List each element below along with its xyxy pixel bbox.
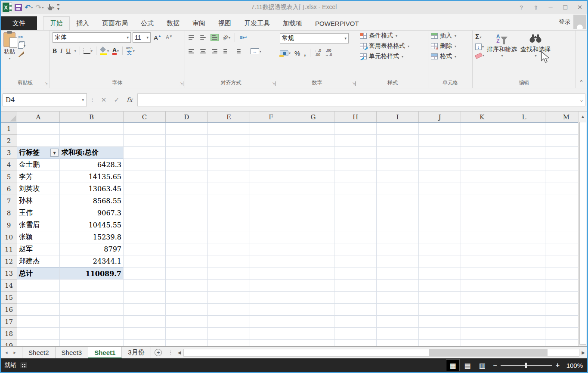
clear-button[interactable]: ▾	[475, 53, 484, 58]
cell-H16[interactable]	[334, 304, 377, 316]
cell-D3[interactable]	[166, 147, 208, 159]
cell-A6[interactable]: 刘英玫	[17, 183, 60, 195]
cell-C8[interactable]	[124, 207, 166, 219]
cell-C15[interactable]	[124, 292, 166, 304]
cell-C17[interactable]	[124, 316, 166, 328]
collapse-ribbon-icon[interactable]: ⌃	[579, 79, 584, 86]
cell-A11[interactable]: 赵军	[17, 243, 60, 255]
cell-D10[interactable]	[166, 231, 208, 243]
cell-A4[interactable]: 金士鹏	[17, 159, 60, 171]
row-header-3[interactable]: 3	[1, 147, 17, 159]
normal-view-icon[interactable]: ▦	[446, 360, 459, 371]
cell-A9[interactable]: 张雪眉	[17, 219, 60, 231]
touch-mouse-mode-icon[interactable]: ▾	[46, 4, 55, 11]
cell-F8[interactable]	[250, 207, 292, 219]
cell-F12[interactable]	[250, 255, 292, 267]
alignment-dialog-launcher[interactable]: ↘	[271, 81, 275, 86]
cell-B11[interactable]: 8797	[60, 243, 124, 255]
cell-F14[interactable]	[250, 280, 292, 292]
decrease-indent-icon[interactable]	[223, 48, 230, 54]
cell-H8[interactable]	[334, 207, 377, 219]
cell-A15[interactable]	[17, 292, 60, 304]
select-all-corner[interactable]	[1, 112, 17, 122]
cell-H3[interactable]	[334, 147, 377, 159]
column-header-D[interactable]: D	[166, 112, 208, 122]
next-sheet-icon[interactable]: ▸	[14, 350, 16, 355]
cell-G16[interactable]	[292, 304, 334, 316]
autosum-button[interactable]: Σ▾	[475, 33, 484, 41]
cell-B13[interactable]: 110089.7	[60, 267, 124, 280]
borders-button[interactable]: ▾	[84, 48, 93, 54]
cell-L18[interactable]	[503, 328, 545, 340]
cell-L12[interactable]	[503, 255, 545, 267]
cell-H12[interactable]	[334, 255, 377, 267]
comma-style-button[interactable]: ,	[304, 50, 306, 57]
cell-H14[interactable]	[334, 280, 377, 292]
italic-button[interactable]: I	[60, 47, 62, 55]
cell-D13[interactable]	[166, 267, 208, 280]
cell-D8[interactable]	[166, 207, 208, 219]
cell-D1[interactable]	[166, 123, 208, 135]
excel-logo-icon[interactable]: X	[3, 3, 12, 12]
expand-formula-bar-icon[interactable]: ⌄	[579, 97, 584, 103]
cell-A14[interactable]	[17, 280, 60, 292]
cell-C2[interactable]	[124, 135, 166, 147]
column-header-G[interactable]: G	[292, 112, 334, 122]
cell-G19[interactable]	[292, 340, 334, 346]
page-break-view-icon[interactable]: ▥	[476, 360, 489, 371]
cell-E17[interactable]	[208, 316, 250, 328]
undo-icon[interactable]: ↶▾	[25, 3, 33, 12]
cell-E7[interactable]	[208, 195, 250, 207]
cell-L14[interactable]	[503, 280, 545, 292]
cell-J4[interactable]	[419, 159, 461, 171]
column-header-C[interactable]: C	[124, 112, 166, 122]
cell-I12[interactable]	[377, 255, 419, 267]
close-icon[interactable]: ✕	[573, 1, 587, 13]
number-format-select[interactable]: 常规▾	[280, 33, 349, 44]
cell-L16[interactable]	[503, 304, 545, 316]
cell-F13[interactable]	[250, 267, 292, 280]
cell-E9[interactable]	[208, 219, 250, 231]
cell-C5[interactable]	[124, 171, 166, 183]
cell-F4[interactable]	[250, 159, 292, 171]
cell-H13[interactable]	[334, 267, 377, 280]
cell-K3[interactable]	[461, 147, 503, 159]
namebox-resize-handle[interactable]: ⋮	[89, 97, 96, 103]
tab-视图[interactable]: 视图	[212, 16, 238, 30]
zoom-level[interactable]: 100%	[564, 362, 583, 369]
cell-H9[interactable]	[334, 219, 377, 231]
column-header-I[interactable]: I	[377, 112, 419, 122]
cell-C7[interactable]	[124, 195, 166, 207]
row-header-4[interactable]: 4	[1, 159, 17, 171]
cell-G12[interactable]	[292, 255, 334, 267]
cell-I6[interactable]	[377, 183, 419, 195]
column-header-E[interactable]: E	[208, 112, 250, 122]
font-size-select[interactable]: 11▾	[133, 32, 151, 43]
tab-数据[interactable]: 数据	[160, 16, 186, 30]
cell-H17[interactable]	[334, 316, 377, 328]
horizontal-scrollbar[interactable]: ◀ ▶	[176, 348, 587, 357]
cell-J11[interactable]	[419, 243, 461, 255]
save-icon[interactable]	[15, 4, 22, 11]
bold-button[interactable]: B	[53, 47, 57, 55]
cell-E19[interactable]	[208, 340, 250, 346]
cell-F9[interactable]	[250, 219, 292, 231]
tab-splitter-handle[interactable]: ⋮	[166, 347, 176, 358]
minimize-icon[interactable]: ─	[543, 1, 558, 13]
cell-E6[interactable]	[208, 183, 250, 195]
cell-G1[interactable]	[292, 123, 334, 135]
cell-D17[interactable]	[166, 316, 208, 328]
cell-F17[interactable]	[250, 316, 292, 328]
cell-L17[interactable]	[503, 316, 545, 328]
tab-开发工具[interactable]: 开发工具	[238, 16, 276, 30]
cell-K6[interactable]	[461, 183, 503, 195]
cell-K2[interactable]	[461, 135, 503, 147]
cell-L7[interactable]	[503, 195, 545, 207]
grow-font-button[interactable]: A▲	[152, 34, 163, 41]
font-family-select[interactable]: 宋体▾	[53, 32, 131, 43]
cell-J9[interactable]	[419, 219, 461, 231]
cell-A10[interactable]: 张颖	[17, 231, 60, 243]
cell-A2[interactable]	[17, 135, 60, 147]
tab-加载项[interactable]: 加载项	[276, 16, 309, 30]
format-as-table-button[interactable]: 套用表格格式▾	[360, 42, 425, 50]
